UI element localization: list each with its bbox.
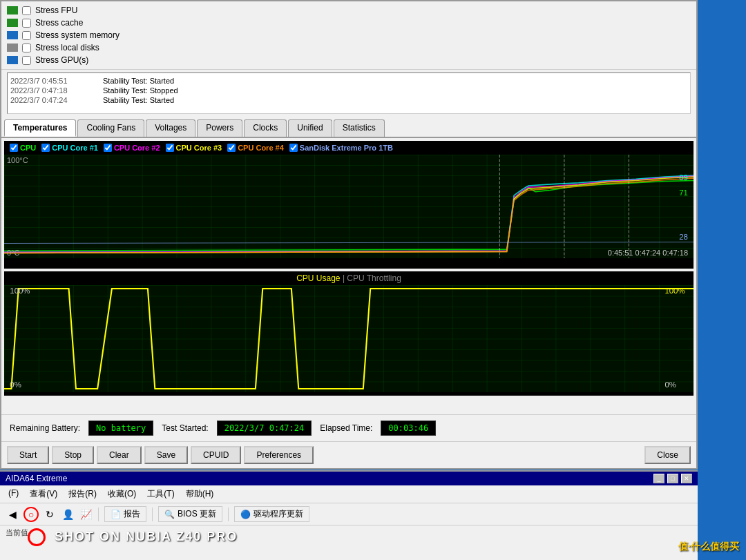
log-area: 2022/3/7 0:45:51 Stability Test: Started… xyxy=(7,73,691,114)
tab-unified[interactable]: Unified xyxy=(288,119,332,137)
driver-icon: 🔵 xyxy=(240,510,251,519)
menu-f[interactable]: (F) xyxy=(3,487,24,501)
toolbar-sep-1 xyxy=(98,508,99,521)
svg-text:28: 28 xyxy=(679,232,688,241)
disk-icon xyxy=(7,44,18,52)
stress-cache-checkbox[interactable] xyxy=(22,19,31,28)
driver-update-btn[interactable]: 🔵 驱动程序更新 xyxy=(234,506,309,522)
person-icon[interactable]: 👤 xyxy=(61,508,75,521)
site-watermark: 值·什么值得买 xyxy=(678,541,739,553)
bottom-menu-bar: (F) 查看(V) 报告(R) 收藏(O) 工具(T) 帮助(H) xyxy=(0,485,698,503)
legend-cpu-checkbox[interactable] xyxy=(10,144,18,152)
usage-chart: CPU Usage | CPU Throttling xyxy=(4,271,694,396)
legend-core2-checkbox[interactable] xyxy=(104,144,112,152)
bottom-toolbar: ◀ ○ ↻ 👤 📈 📄 报告 🔍 BIOS 更新 🔵 驱动程序更新 xyxy=(0,503,698,525)
checklist-item-disks: Stress local disks xyxy=(7,41,691,54)
legend-core1: CPU Core #1 xyxy=(41,144,98,152)
log-status-1: Stability Test: Started xyxy=(103,77,687,85)
legend-core2-text: CPU Core #2 xyxy=(114,144,160,152)
watermark: SHOT ON NUBIA Z40 PRO xyxy=(28,528,238,546)
legend-core4-checkbox[interactable] xyxy=(227,144,236,152)
report-btn[interactable]: 📄 报告 xyxy=(104,506,146,522)
site-name: 值·什么值得买 xyxy=(678,541,739,552)
legend-core3-checkbox[interactable] xyxy=(166,144,174,152)
tab-clocks[interactable]: Clocks xyxy=(244,119,287,137)
close-button[interactable]: Close xyxy=(644,446,691,464)
temp-chart-canvas: 89 71 28 100°C 0°C 0:45:51 0:47:24 0:47:… xyxy=(4,155,694,258)
menu-help[interactable]: 帮助(H) xyxy=(180,487,220,501)
battery-value: No battery xyxy=(88,421,153,436)
bios-update-btn[interactable]: 🔍 BIOS 更新 xyxy=(158,506,222,522)
start-button[interactable]: Start xyxy=(7,446,49,464)
fpu-icon xyxy=(7,6,18,15)
legend-core2: CPU Core #2 xyxy=(104,144,160,152)
legend-sandisk-checkbox[interactable] xyxy=(289,144,298,152)
log-row-2: 2022/3/7 0:47:18 Stability Test: Stopped xyxy=(10,86,687,95)
legend-sandisk-text: SanDisk Extreme Pro 1TB xyxy=(300,144,393,152)
tab-statistics[interactable]: Statistics xyxy=(334,119,385,137)
window-close-button[interactable]: ✕ xyxy=(681,474,692,483)
refresh-icon[interactable]: ↻ xyxy=(43,508,57,521)
cpu-throttling-label: CPU Throttling xyxy=(347,273,401,283)
test-started-label: Test Started: xyxy=(162,423,208,433)
menu-report[interactable]: 报告(R) xyxy=(63,487,102,501)
toolbar-sep-3 xyxy=(228,508,229,521)
bottom-title-bar: AIDA64 Extreme _ □ ✕ xyxy=(0,472,698,485)
back-icon[interactable]: ◀ xyxy=(6,508,19,521)
log-row-3: 2022/3/7 0:47:24 Stability Test: Started xyxy=(10,95,687,105)
log-row-1: 2022/3/7 0:45:51 Stability Test: Started xyxy=(10,76,687,86)
svg-text:0%: 0% xyxy=(664,380,676,389)
legend-core1-text: CPU Core #1 xyxy=(52,144,98,152)
stress-fpu-label: Stress FPU xyxy=(35,6,77,15)
tab-cooling-fans[interactable]: Cooling Fans xyxy=(77,119,144,137)
legend-cpu-text: CPU xyxy=(20,144,36,152)
watermark-circle xyxy=(28,528,46,546)
stress-gpu-checkbox[interactable] xyxy=(22,56,31,65)
driver-label: 驱动程序更新 xyxy=(254,508,303,520)
log-time-1: 2022/3/7 0:45:51 xyxy=(10,77,100,85)
gpu-icon xyxy=(7,56,18,64)
tab-bar: Temperatures Cooling Fans Voltages Power… xyxy=(1,117,696,138)
usage-canvas-container: 100% 0% 100% 0% xyxy=(4,285,694,392)
legend-cpu: CPU xyxy=(10,144,36,152)
svg-text:100%: 100% xyxy=(10,287,30,295)
stress-disks-checkbox[interactable] xyxy=(22,44,31,52)
time-labels: 0:45:51 0:47:24 0:47:18 xyxy=(608,249,688,257)
stress-fpu-checkbox[interactable] xyxy=(22,6,31,15)
bottom-title-text: AIDA64 Extreme xyxy=(6,474,67,483)
legend-core1-checkbox[interactable] xyxy=(41,144,50,152)
clear-button[interactable]: Clear xyxy=(97,446,142,464)
legend-core3: CPU Core #3 xyxy=(166,144,222,152)
log-time-2: 2022/3/7 0:47:18 xyxy=(10,86,100,95)
bios-icon: 🔍 xyxy=(164,510,175,519)
stress-memory-checkbox[interactable] xyxy=(22,31,31,40)
bottom-aida-window: AIDA64 Extreme _ □ ✕ (F) 查看(V) 报告(R) 收藏(… xyxy=(0,470,698,560)
legend-core4-text: CPU Core #4 xyxy=(238,144,284,152)
menu-favorites[interactable]: 收藏(O) xyxy=(102,487,142,501)
max-temp-label: 100°C xyxy=(7,156,28,164)
circle-icon: ○ xyxy=(23,507,39,522)
svg-text:89: 89 xyxy=(679,173,688,182)
stress-gpu-label: Stress GPU(s) xyxy=(35,55,88,65)
minimize-button[interactable]: _ xyxy=(653,474,664,483)
temp-chart-svg: 89 71 28 xyxy=(4,155,694,258)
cache-icon xyxy=(7,19,18,27)
stress-memory-label: Stress system memory xyxy=(35,30,119,40)
menu-tools[interactable]: 工具(T) xyxy=(142,487,180,501)
stop-button[interactable]: Stop xyxy=(52,446,94,464)
menu-view[interactable]: 查看(V) xyxy=(24,487,63,501)
tab-voltages[interactable]: Voltages xyxy=(146,119,195,137)
button-bar: Start Stop Clear Save CPUID Preferences … xyxy=(1,441,696,468)
preferences-button[interactable]: Preferences xyxy=(244,446,314,464)
tab-temperatures[interactable]: Temperatures xyxy=(4,119,76,137)
chart-icon[interactable]: 📈 xyxy=(79,508,93,521)
save-button[interactable]: Save xyxy=(144,446,188,464)
cpuid-button[interactable]: CPUID xyxy=(191,446,241,464)
elapsed-value: 00:03:46 xyxy=(381,421,436,436)
elapsed-label: Elapsed Time: xyxy=(320,423,372,433)
charts-area: CPU CPU Core #1 CPU Core #2 CPU Core #3 … xyxy=(1,138,696,414)
toolbar-sep-2 xyxy=(152,508,153,521)
maximize-button[interactable]: □ xyxy=(667,474,678,483)
temp-labels: 100°C 0°C xyxy=(7,155,28,258)
tab-powers[interactable]: Powers xyxy=(197,119,242,137)
